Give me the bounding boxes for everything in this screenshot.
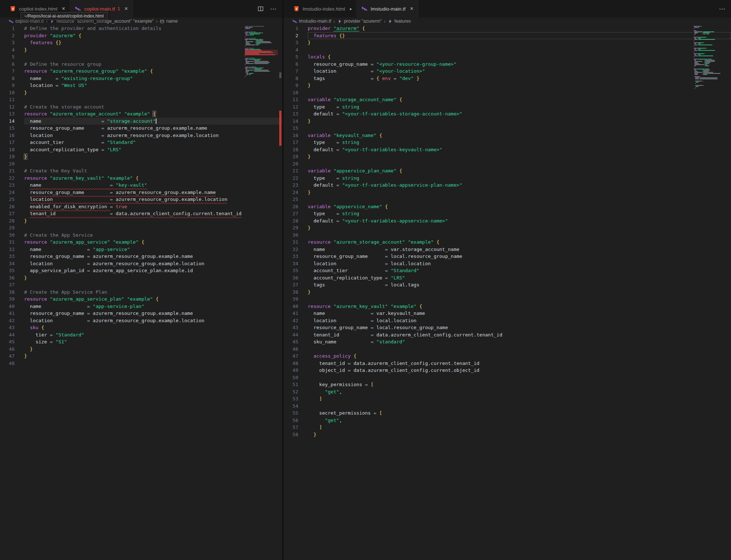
code-line[interactable]: resource "azurerm_key_vault" "example" { bbox=[308, 303, 731, 310]
editor-left[interactable]: 1234567891011121314151617181920212223242… bbox=[0, 25, 282, 560]
code-line[interactable]: # Define the resource group bbox=[24, 61, 282, 68]
code-line[interactable]: # Create the Key Vault bbox=[24, 167, 282, 175]
code-line[interactable]: } bbox=[24, 346, 282, 353]
code-line[interactable]: default = "<your-tf-variables-appservice… bbox=[308, 217, 731, 225]
code-line[interactable]: default = "<your-tf-variables-keyvault-n… bbox=[308, 146, 731, 153]
code-line[interactable] bbox=[308, 346, 731, 353]
code-line[interactable]: resource "azurerm_app_service" "example"… bbox=[24, 239, 282, 246]
modified-dot-icon[interactable]: ● bbox=[349, 7, 352, 11]
code-line[interactable]: app_service_plan_id = azurerm_app_servic… bbox=[24, 267, 282, 274]
code-line[interactable]: type = string bbox=[308, 139, 731, 146]
code-line[interactable]: } bbox=[24, 153, 282, 160]
code-line[interactable]: name = "key-vault" bbox=[24, 182, 282, 189]
code-line[interactable]: "get", bbox=[308, 388, 731, 396]
code-line[interactable]: account_replication_type = "LRS" bbox=[24, 146, 282, 153]
close-tab-icon[interactable]: × bbox=[410, 6, 413, 12]
code-line[interactable]: features {} bbox=[308, 32, 731, 39]
code-line[interactable]: } bbox=[24, 217, 282, 225]
code-line[interactable]: resource_group_name = azurerm_resource_g… bbox=[24, 189, 282, 196]
tab-lmstudio-index.html[interactable]: 5lmstudio-index.html● bbox=[289, 0, 357, 18]
code-line[interactable]: location = azurerm_resource_group.exampl… bbox=[24, 132, 282, 139]
code-line[interactable]: features {} bbox=[24, 39, 282, 46]
code-line[interactable]: name = "storage-account" bbox=[24, 118, 282, 125]
code-line[interactable]: locals { bbox=[308, 53, 731, 61]
code-line[interactable] bbox=[308, 296, 731, 303]
code-line[interactable]: tier = "Standard" bbox=[24, 331, 282, 339]
breadcrumb-item[interactable]: lmstudio-main.tf bbox=[292, 19, 331, 24]
code-line[interactable] bbox=[24, 224, 282, 232]
code-line[interactable] bbox=[308, 403, 731, 410]
code-line[interactable] bbox=[308, 374, 731, 381]
code-line[interactable]: tags = local.tags bbox=[308, 281, 731, 289]
code-line[interactable]: type = string bbox=[308, 175, 731, 182]
code-line[interactable]: } bbox=[308, 189, 731, 196]
code-line[interactable]: location = "<your-location>" bbox=[308, 68, 731, 75]
close-tab-icon[interactable]: × bbox=[124, 6, 128, 12]
code-line[interactable] bbox=[24, 96, 282, 103]
code-line[interactable]: access_policy { bbox=[308, 353, 731, 360]
code-line[interactable]: "get", bbox=[308, 417, 731, 424]
code-line[interactable]: } bbox=[308, 431, 731, 438]
code-line[interactable]: resource "azurerm_app_service_plan" "exa… bbox=[24, 296, 282, 303]
code-line[interactable]: type = string bbox=[308, 210, 731, 217]
code-line[interactable]: } bbox=[308, 289, 731, 296]
code-line[interactable]: resource_group_name = azurerm_resource_g… bbox=[24, 253, 282, 260]
code-line[interactable]: account_tier = "Standard" bbox=[24, 139, 282, 146]
code-line[interactable]: resource_group_name = local.resource_gro… bbox=[308, 324, 731, 331]
code-line[interactable]: secret_permissions = [ bbox=[308, 409, 731, 417]
code-line[interactable]: } bbox=[24, 46, 282, 54]
code-line[interactable]: default = "<your-tf-variables-appservice… bbox=[308, 182, 731, 189]
code-line[interactable] bbox=[24, 360, 282, 367]
code-line[interactable]: ] bbox=[308, 395, 731, 403]
code-line[interactable]: ] bbox=[308, 424, 731, 431]
code-line[interactable]: name = "app-service" bbox=[24, 246, 282, 253]
code-line[interactable]: object_id = data.azurerm_client_config.c… bbox=[308, 367, 731, 374]
code-line[interactable]: location = azurerm_resource_group.exampl… bbox=[24, 317, 282, 324]
code-line[interactable]: resource_group_name = local.resource_gro… bbox=[308, 253, 731, 260]
code-line[interactable]: tenant_id = data.azurerm_client_config.c… bbox=[308, 331, 731, 339]
code-line[interactable]: location = "West US" bbox=[24, 82, 282, 89]
code-line[interactable]: sku_name = "standard" bbox=[308, 338, 731, 346]
code-line[interactable]: } bbox=[308, 82, 731, 89]
code-line[interactable]: sku { bbox=[24, 324, 282, 331]
code-line[interactable]: enabled_for_disk_encryption = true bbox=[24, 203, 282, 210]
code-line[interactable]: # Create the App Service Plan bbox=[24, 289, 282, 296]
code-line[interactable]: } bbox=[24, 274, 282, 282]
code-line[interactable]: } bbox=[308, 118, 731, 125]
code-line[interactable] bbox=[24, 281, 282, 289]
code-line[interactable]: provider "azurerm" { bbox=[308, 25, 731, 32]
more-actions-icon[interactable]: ⋯ bbox=[270, 5, 276, 13]
code-line[interactable]: location = local.location bbox=[308, 317, 731, 324]
breadcrumb-item[interactable]: features bbox=[388, 19, 411, 24]
code-line[interactable]: type = string bbox=[308, 103, 731, 111]
code-line[interactable]: location = local.location bbox=[308, 260, 731, 267]
split-editor-icon[interactable] bbox=[258, 6, 264, 12]
more-actions-icon[interactable]: ⋯ bbox=[719, 5, 725, 13]
code-line[interactable] bbox=[308, 196, 731, 203]
code-line[interactable]: # Define the provider and authentication… bbox=[24, 25, 282, 32]
code-line[interactable]: location = azurerm_resource_group.exampl… bbox=[24, 260, 282, 267]
code-line[interactable]: # Create the App Service bbox=[24, 232, 282, 239]
code-line[interactable]: default = "<your-tf-variables-storage-ac… bbox=[308, 110, 731, 118]
code-line[interactable]: resource_group_name = azurerm_resource_g… bbox=[24, 125, 282, 132]
code-line[interactable]: account_tier = "Standard" bbox=[308, 267, 731, 274]
code-line[interactable] bbox=[24, 53, 282, 61]
code-line[interactable] bbox=[308, 46, 731, 54]
code-line[interactable]: name = "existing-resource-group" bbox=[24, 75, 282, 82]
breadcrumb-item[interactable]: provider "azurerm" bbox=[337, 19, 382, 24]
code-line[interactable]: resource "azurerm_key_vault" "example" { bbox=[24, 175, 282, 182]
code-line[interactable]: location = azurerm_resource_group.exampl… bbox=[24, 196, 282, 203]
breadcrumb-item[interactable]: name bbox=[160, 19, 178, 24]
code-line[interactable]: tenant_id = data.azurerm_client_config.c… bbox=[308, 360, 731, 367]
code-line[interactable]: resource_group_name = azurerm_resource_g… bbox=[24, 310, 282, 317]
code-line[interactable]: } bbox=[308, 224, 731, 232]
code-line[interactable] bbox=[24, 160, 282, 168]
code-line[interactable]: resource "azurerm_resource_group" "examp… bbox=[24, 68, 282, 75]
code-line[interactable]: variable "appservice_plan_name" { bbox=[308, 167, 731, 175]
code-line[interactable]: name = var.storage_account_name bbox=[308, 246, 731, 253]
tab-lmstudio-main.tf[interactable]: lmstudio-main.tf× bbox=[357, 0, 418, 18]
minimap-right[interactable] bbox=[694, 26, 727, 89]
code-line[interactable]: key_permissions = [ bbox=[308, 381, 731, 388]
code-right[interactable]: provider "azurerm" { features {}}locals … bbox=[308, 25, 731, 438]
code-line[interactable]: tenant_id = data.azurerm_client_config.c… bbox=[24, 210, 282, 217]
